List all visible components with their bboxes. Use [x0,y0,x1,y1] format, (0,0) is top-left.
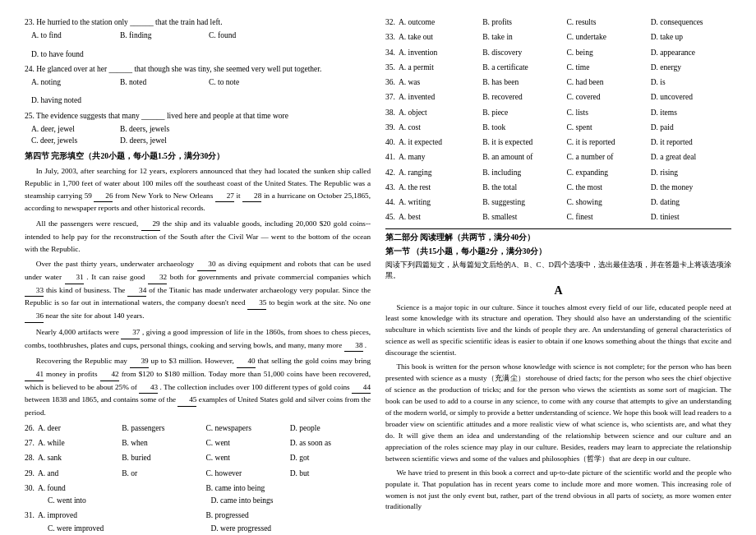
q31-options-2: C. were improved D. were progressed [48,523,371,534]
q25-opt-c: C. deer, jewels [31,135,113,146]
q43-opt-a: A. the rest [399,182,479,193]
q38-num: 38. [385,107,395,118]
q29-opt-c: C. however [205,468,286,479]
q31-opt-b: B. progressed [205,510,371,521]
blank-28: 28 [242,190,261,203]
q23-opt-b: B. finding [120,30,202,41]
q23-opt-a: A. to find [31,30,113,41]
q35-opt-c: C. time [566,62,647,73]
q32-opt-a: A. outcome [399,16,479,28]
mc-q37: 37. A. invented B. recovered C. covered … [385,91,731,103]
q33-opt-c: C. undertake [566,31,647,43]
q40-opt-c: C. it is reported [566,136,647,148]
q45-opt-a: A. best [399,211,479,223]
q27-opt-c: C. went [205,437,286,449]
page-container: 23. He hurried to the station only _____… [25,16,731,535]
q41-opt-b: B. an amount of [482,151,563,163]
q37-opt-b: B. recovered [482,91,563,103]
q36-opt-a: A. was [399,76,479,88]
q39-num: 39. [385,122,395,133]
right-column: 32. A. outcome B. profits C. results D. … [385,16,731,535]
blank-40: 40 [237,355,256,368]
section1-desc: 阅读下列四篇短文，从每篇短文后给的A、B、C、D四个选项中，选出最佳选项，并在答… [385,260,731,281]
q27-opt-b: B. when [122,437,202,449]
q24-opt-b: B. noted [120,76,202,88]
q23-options: A. to find B. finding C. found D. to hav… [31,30,371,60]
mc-q35: 35. A. a permit B. a certificate C. time… [385,62,731,73]
q34-opt-b: B. discovery [482,47,563,58]
q25-options: A. deer, jewel B. deers, jewels [31,123,371,135]
q29-opt-d: D. but [290,468,371,479]
passage-a-title: A [385,284,731,297]
passage-p1: In July, 2003, after searching for 12 ye… [25,165,371,214]
mc-q43: 43. A. the rest B. the total C. the most… [385,182,731,193]
mc-q32: 32. A. outcome B. profits C. results D. … [385,16,731,28]
q37-opt-d: D. uncovered [651,91,731,103]
q26-opt-d: D. people [290,422,371,434]
blank-30: 30 [197,258,216,271]
q31-options: 31. A. improved B. progressed [25,510,371,521]
q42-num: 42. [385,167,395,178]
q45-opt-d: D. tiniest [651,211,731,223]
q25-num: 25. [25,112,36,120]
q28-opt-c: C. went [205,452,286,464]
q35-num: 35. [385,62,395,73]
q41-opt-a: A. many [399,151,479,163]
q36-num: 36. [385,76,395,88]
q26-options: 26. A. deer B. passengers C. newspapers … [25,422,371,434]
cloze-questions-left: 26. A. deer B. passengers C. newspapers … [25,422,371,534]
blank-31: 31 [65,271,84,284]
q41-opt-c: C. a number of [566,151,647,163]
mc-q40: 40. A. it expected B. it is expected C. … [385,136,731,148]
q43-opt-d: D. the money [651,182,731,193]
mc-q38: 38. A. object B. piece C. lists D. items [385,107,731,118]
q34-opt-d: D. appearance [651,47,731,58]
question-25: 25. The evidence suggests that many ____… [25,110,371,147]
q32-opt-c: C. results [566,16,647,28]
blank-35: 35 [247,297,266,310]
cloze-q31: 31. A. improved B. progressed C. were im… [25,510,371,534]
q31-opt-c: C. were improved [48,523,208,534]
q37-opt-a: A. invented [399,91,479,103]
q26-opt-a: A. deer [38,422,118,434]
q40-opt-d: D. it reported [651,136,731,148]
q41-opt-d: D. a great deal [651,151,731,163]
q34-opt-c: C. being [566,47,647,58]
q43-opt-c: C. the most [566,182,647,193]
passage-a-p1: Science is a major topic in our culture.… [385,302,731,360]
mc-q33: 33. A. take out B. take in C. undertake … [385,31,731,43]
blank-38: 38 [344,339,363,353]
blank-27: 27 [215,190,234,203]
q26-opt-c: C. newspapers [205,422,286,434]
q34-opt-a: A. invention [399,47,479,58]
blank-32: 32 [148,271,167,284]
cloze-q29: 29. A. and B. or C. however D. but [25,468,371,479]
q39-opt-c: C. spent [566,122,647,133]
q34-num: 34. [385,47,395,58]
q30-opt-b: B. came into being [205,482,371,494]
mc-questions-right: 32. A. outcome B. profits C. results D. … [385,16,731,224]
passage-p4: Nearly 4,000 artifacts were 37 , giving … [25,326,371,352]
q28-options: 28. A. sank B. buried C. went D. got [25,452,371,464]
q38-opt-a: A. object [399,107,479,118]
mc-q34: 34. A. invention B. discovery C. being D… [385,47,731,58]
q30-options-2: C. went into D. came into beings [48,495,371,506]
q31-opt-a: A. improved [38,510,203,521]
blank-34: 34 [127,284,146,297]
q42-opt-d: D. rising [651,167,731,178]
q39-opt-a: A. cost [399,122,479,133]
passage-p3: Over the past thirty years, underwater a… [25,258,371,323]
q35-opt-a: A. a permit [399,62,479,73]
blank-41: 41 [25,368,44,381]
question-23: 23. He hurried to the station only _____… [25,16,371,60]
cloze-q27: 27. A. while B. when C. went D. as soon … [25,437,371,449]
q42-opt-a: A. ranging [399,167,479,178]
q24-options: A. noting B. noted C. to note D. having … [31,76,371,107]
cloze-q28: 28. A. sank B. buried C. went D. got [25,452,371,464]
q33-opt-d: D. take up [651,31,731,43]
question-24: 24. He glanced over at her ______ that t… [25,63,371,107]
mc-q44: 44. A. writing B. suggesting C. showing … [385,196,731,208]
q31-num: 31. [25,510,35,521]
q25-text: 25. The evidence suggests that many ____… [25,110,371,122]
q29-opt-b: B. or [122,468,202,479]
